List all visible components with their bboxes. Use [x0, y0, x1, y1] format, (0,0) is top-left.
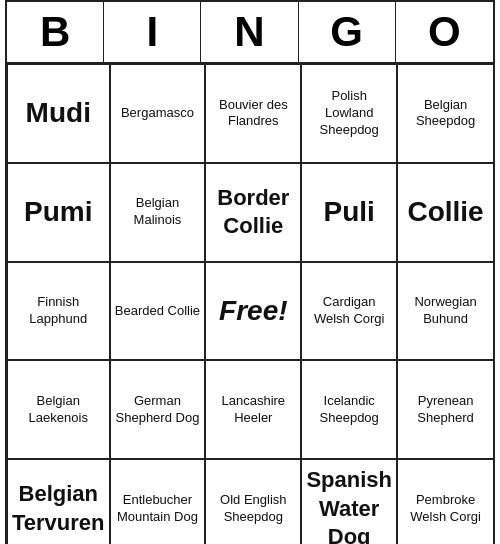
cell-text-24: Pembroke Welsh Corgi — [402, 492, 489, 526]
header-letter-i: I — [104, 2, 201, 62]
cell-text-22: Old English Sheepdog — [210, 492, 296, 526]
cell-text-17: Lancashire Heeler — [210, 393, 296, 427]
cell-text-23: Spanish Water Dog — [306, 466, 392, 544]
cell-text-2: Bouvier des Flandres — [210, 97, 296, 131]
cell-text-0: Mudi — [26, 95, 91, 131]
cell-text-6: Belgian Malinois — [115, 195, 201, 229]
bingo-cell-17: Lancashire Heeler — [205, 360, 301, 459]
bingo-cell-14: Norwegian Buhund — [397, 262, 493, 361]
cell-text-5: Pumi — [24, 194, 92, 230]
bingo-cell-0: Mudi — [7, 64, 110, 163]
bingo-cell-21: Entlebucher Mountain Dog — [110, 459, 206, 544]
cell-text-3: Polish Lowland Sheepdog — [306, 88, 392, 139]
cell-text-4: Belgian Sheepdog — [402, 97, 489, 131]
bingo-cell-5: Pumi — [7, 163, 110, 262]
bingo-cell-10: Finnish Lapphund — [7, 262, 110, 361]
bingo-cell-18: Icelandic Sheepdog — [301, 360, 397, 459]
cell-text-16: German Shepherd Dog — [115, 393, 201, 427]
cell-text-18: Icelandic Sheepdog — [306, 393, 392, 427]
bingo-cell-3: Polish Lowland Sheepdog — [301, 64, 397, 163]
cell-text-19: Pyrenean Shepherd — [402, 393, 489, 427]
cell-text-11: Bearded Collie — [115, 303, 200, 320]
bingo-cell-11: Bearded Collie — [110, 262, 206, 361]
cell-text-13: Cardigan Welsh Corgi — [306, 294, 392, 328]
cell-text-21: Entlebucher Mountain Dog — [115, 492, 201, 526]
bingo-cell-19: Pyrenean Shepherd — [397, 360, 493, 459]
bingo-cell-4: Belgian Sheepdog — [397, 64, 493, 163]
header-letter-o: O — [396, 2, 493, 62]
header-letter-b: B — [7, 2, 104, 62]
cell-text-12: Free! — [219, 293, 287, 329]
bingo-header: BINGO — [7, 2, 493, 64]
bingo-cell-8: Puli — [301, 163, 397, 262]
cell-text-1: Bergamasco — [121, 105, 194, 122]
bingo-cell-9: Collie — [397, 163, 493, 262]
header-letter-n: N — [201, 2, 298, 62]
cell-text-14: Norwegian Buhund — [402, 294, 489, 328]
bingo-cell-23: Spanish Water Dog — [301, 459, 397, 544]
bingo-cell-12: Free! — [205, 262, 301, 361]
bingo-cell-15: Belgian Laekenois — [7, 360, 110, 459]
bingo-cell-22: Old English Sheepdog — [205, 459, 301, 544]
bingo-grid: MudiBergamascoBouvier des FlandresPolish… — [7, 64, 493, 544]
bingo-cell-16: German Shepherd Dog — [110, 360, 206, 459]
cell-text-8: Puli — [324, 194, 375, 230]
header-letter-g: G — [299, 2, 396, 62]
bingo-cell-6: Belgian Malinois — [110, 163, 206, 262]
bingo-cell-24: Pembroke Welsh Corgi — [397, 459, 493, 544]
bingo-cell-7: Border Collie — [205, 163, 301, 262]
bingo-cell-1: Bergamasco — [110, 64, 206, 163]
bingo-cell-20: Belgian Tervuren — [7, 459, 110, 544]
bingo-cell-13: Cardigan Welsh Corgi — [301, 262, 397, 361]
cell-text-20: Belgian Tervuren — [12, 480, 105, 537]
bingo-cell-2: Bouvier des Flandres — [205, 64, 301, 163]
cell-text-9: Collie — [407, 194, 483, 230]
cell-text-15: Belgian Laekenois — [12, 393, 105, 427]
cell-text-10: Finnish Lapphund — [12, 294, 105, 328]
cell-text-7: Border Collie — [210, 184, 296, 241]
bingo-card: BINGO MudiBergamascoBouvier des Flandres… — [5, 0, 495, 544]
